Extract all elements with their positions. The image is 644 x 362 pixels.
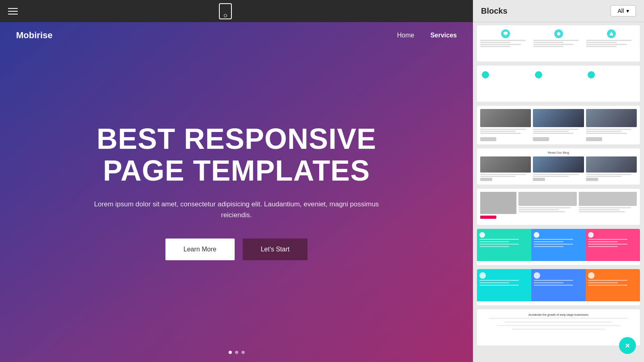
block-2-card-1 xyxy=(480,70,531,89)
block-4-img-1 xyxy=(480,156,531,173)
block-4-btn-3 xyxy=(586,178,598,181)
block-5-left xyxy=(480,192,516,219)
block-2-dot-1 xyxy=(482,71,489,78)
block-4-card-1 xyxy=(480,156,531,181)
block-4-card-2 xyxy=(533,156,584,181)
block-6-col-2 xyxy=(531,229,586,261)
block-6-line-1c xyxy=(479,244,519,245)
block-thumb-8[interactable]: Accelerate the growth of early-stage bus… xyxy=(477,309,640,346)
block-2-card-3 xyxy=(586,70,637,89)
block-thumb-6[interactable] xyxy=(477,229,640,265)
chevron-down-icon: ▾ xyxy=(626,8,629,14)
nav-link-services[interactable]: Services xyxy=(430,32,457,39)
block-thumb-2[interactable] xyxy=(477,66,640,102)
block-4-btn-2 xyxy=(533,178,545,181)
block-1-card-3 xyxy=(586,29,637,48)
block-6-line-2d xyxy=(534,246,564,247)
block-7-col-1 xyxy=(477,269,531,301)
block-7-line-3c xyxy=(588,285,627,286)
block-1-icon-1 xyxy=(501,29,510,38)
block-6-col-1 xyxy=(477,229,531,261)
block-3-card-2 xyxy=(533,109,584,141)
carousel-dot-3[interactable] xyxy=(242,351,245,354)
panel-header: Blocks All ▾ xyxy=(473,0,644,22)
block-5-col-1 xyxy=(518,192,577,213)
block-4-img-2 xyxy=(533,156,584,173)
hero-title-line1: BEST RESPONSIVE xyxy=(97,123,376,155)
hero-content: BEST RESPONSIVE PAGE TEMPLATES Lorem ips… xyxy=(0,49,473,351)
learn-more-button[interactable]: Learn More xyxy=(165,239,235,260)
block-7-col-2 xyxy=(531,269,586,301)
all-dropdown-button[interactable]: All ▾ xyxy=(611,5,636,16)
block-7-col-3 xyxy=(586,269,640,301)
block-7-line-2c xyxy=(534,285,573,286)
block-3-btn-3 xyxy=(586,137,602,141)
block-3-content xyxy=(477,106,640,144)
block-8-content: Accelerate the growth of early-stage bus… xyxy=(477,309,640,335)
block-5-badge xyxy=(480,216,496,219)
block-5-content xyxy=(477,189,640,222)
carousel-dot-1[interactable] xyxy=(229,351,232,354)
block-3-img-3 xyxy=(586,109,637,127)
svg-marker-3 xyxy=(609,32,613,35)
nav-link-home[interactable]: Home xyxy=(397,32,414,39)
all-dropdown-label: All xyxy=(617,8,624,14)
close-panel-button[interactable]: × xyxy=(619,337,636,354)
block-1-lines-1 xyxy=(480,40,531,48)
mobile-device-icon[interactable] xyxy=(219,3,232,19)
block-3-btn-2 xyxy=(533,137,549,141)
block-5-img2-2 xyxy=(579,192,637,206)
block-7-line-1b xyxy=(479,282,509,283)
block-5-main-img xyxy=(480,192,516,214)
lets-start-button[interactable]: Let's Start xyxy=(243,239,308,260)
block-3-img-1 xyxy=(480,109,531,127)
block-6-line-2c xyxy=(534,244,573,245)
block-2-dot-2 xyxy=(535,71,542,78)
block-3-img-2 xyxy=(533,109,584,127)
block-4-header: Read Our Blog xyxy=(480,151,637,154)
hero-section: Mobirise Home Services BEST RESPONSIVE P… xyxy=(0,22,473,362)
hero-title-line2: PAGE TEMPLATES xyxy=(103,154,370,187)
block-8-header: Accelerate the growth of early-stage bus… xyxy=(528,313,588,316)
block-6-icon-2 xyxy=(534,232,539,238)
svg-point-2 xyxy=(557,32,560,35)
block-thumb-5[interactable] xyxy=(477,189,640,225)
block-6-line-1a xyxy=(479,239,519,240)
block-thumb-7[interactable] xyxy=(477,269,640,305)
hero-title: BEST RESPONSIVE PAGE TEMPLATES xyxy=(97,123,376,187)
block-6-line-2a xyxy=(534,239,573,240)
hamburger-icon[interactable] xyxy=(8,8,18,14)
block-thumb-1[interactable] xyxy=(477,25,640,62)
block-3-lines-2 xyxy=(533,129,584,135)
block-7-line-2a xyxy=(534,280,573,281)
block-3-btn-1 xyxy=(480,137,496,141)
block-1-lines-3 xyxy=(586,40,637,48)
block-3-lines-1 xyxy=(480,129,531,135)
block-2-dot-3 xyxy=(588,71,595,78)
block-7-icon-1 xyxy=(479,272,486,279)
top-toolbar xyxy=(0,0,473,22)
right-panel: Blocks All ▾ xyxy=(473,0,644,362)
block-3-card-1 xyxy=(480,109,531,141)
block-3-lines-3 xyxy=(586,129,637,135)
block-7-line-1a xyxy=(479,280,519,281)
block-7-line-2b xyxy=(534,282,564,283)
block-5-right xyxy=(518,192,637,213)
block-7-icon-2 xyxy=(534,272,540,279)
block-6-line-3b xyxy=(588,241,618,242)
carousel-dot-2[interactable] xyxy=(235,351,238,354)
hero-subtitle: Lorem ipsum dolor sit amet, consectetur … xyxy=(88,199,386,220)
hero-buttons: Learn More Let's Start xyxy=(165,239,308,260)
block-4-card-3 xyxy=(586,156,637,181)
block-thumb-4[interactable]: Read Our Blog xyxy=(477,148,640,185)
block-6-line-3d xyxy=(588,246,618,247)
block-1-icon-3 xyxy=(607,29,616,38)
block-4-btn-1 xyxy=(480,178,492,181)
block-6-line-2b xyxy=(534,241,564,242)
panel-title: Blocks xyxy=(481,6,508,16)
block-thumb-3[interactable] xyxy=(477,106,640,144)
block-5-col-2 xyxy=(579,192,637,213)
block-1-icon-2 xyxy=(554,29,563,38)
editor-area: Mobirise Home Services BEST RESPONSIVE P… xyxy=(0,0,473,362)
hero-navbar: Mobirise Home Services xyxy=(0,22,473,49)
